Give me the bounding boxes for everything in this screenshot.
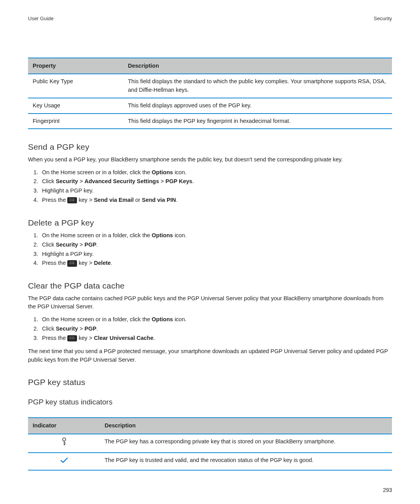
blackberry-key-icon: ∷∶ [67,260,77,266]
list-item: On the Home screen or in a folder, click… [40,315,392,324]
list-item: Press the ∷∶ key > Send via Email or Sen… [40,196,392,205]
svg-point-0 [63,438,66,441]
subheading-status-indicators: PGP key status indicators [28,397,392,408]
private-key-icon [61,438,67,449]
list-item: Highlight a PGP key. [40,250,392,259]
clear-outro: The next time that you send a PGP protec… [28,347,392,364]
col-indicator: Indicator [28,418,100,434]
table-row: The PGP key is trusted and valid, and th… [28,453,392,470]
clear-intro: The PGP data cache contains cached PGP p… [28,294,392,312]
list-item: On the Home screen or in a folder, click… [40,168,392,177]
header-left: User Guide [28,15,54,23]
table-row: Public Key Type This field displays the … [28,74,392,98]
blackberry-key-icon: ∷∶ [67,335,77,341]
property-cell: Fingerprint [28,114,123,129]
list-item: Click Security > PGP. [40,240,392,250]
table-row: Fingerprint This field displays the PGP … [28,114,392,129]
col-description: Description [123,58,392,74]
page-header: User Guide Security [28,15,392,23]
property-cell: Key Usage [28,98,123,114]
list-item: Highlight a PGP key. [40,186,392,196]
description-cell: The PGP key is trusted and valid, and th… [100,453,392,470]
list-item: Press the ∷∶ key > Delete. [40,259,392,268]
description-cell: This field displays approved uses of the… [123,98,392,114]
properties-table: Property Description Public Key Type Thi… [28,58,392,130]
col-property: Property [28,58,123,74]
indicator-icon-cell [28,453,100,470]
list-item: On the Home screen or in a folder, click… [40,231,392,240]
list-item: Click Security > PGP. [40,324,392,334]
list-item: Click Security > Advanced Security Setti… [40,177,392,186]
blackberry-key-icon: ∷∶ [67,197,77,203]
table-row: The PGP key has a corresponding private … [28,434,392,453]
indicator-icon-cell [28,434,100,453]
send-steps: On the Home screen or in a folder, click… [30,168,392,205]
table-header-row: Indicator Description [28,418,392,434]
heading-clear-cache: Clear the PGP data cache [28,280,392,292]
delete-steps: On the Home screen or in a folder, click… [30,231,392,268]
indicators-table: Indicator Description The PGP key has a … [28,417,392,471]
heading-send-pgp: Send a PGP key [28,141,392,153]
table-header-row: Property Description [28,58,392,74]
heading-status: PGP key status [28,376,392,388]
col-description: Description [100,418,392,434]
checkmark-icon [60,456,68,467]
clear-steps: On the Home screen or in a folder, click… [30,315,392,343]
description-cell: This field displays the standard to whic… [123,74,392,98]
header-right: Security [374,15,392,23]
property-cell: Public Key Type [28,74,123,98]
list-item: Press the ∷∶ key > Clear Universal Cache… [40,334,392,343]
heading-delete-pgp: Delete a PGP key [28,217,392,229]
description-cell: This field displays the PGP key fingerpr… [123,114,392,129]
table-row: Key Usage This field displays approved u… [28,98,392,114]
send-intro: When you send a PGP key, your BlackBerry… [28,156,392,164]
description-cell: The PGP key has a corresponding private … [100,434,392,453]
page-number: 293 [28,486,392,494]
